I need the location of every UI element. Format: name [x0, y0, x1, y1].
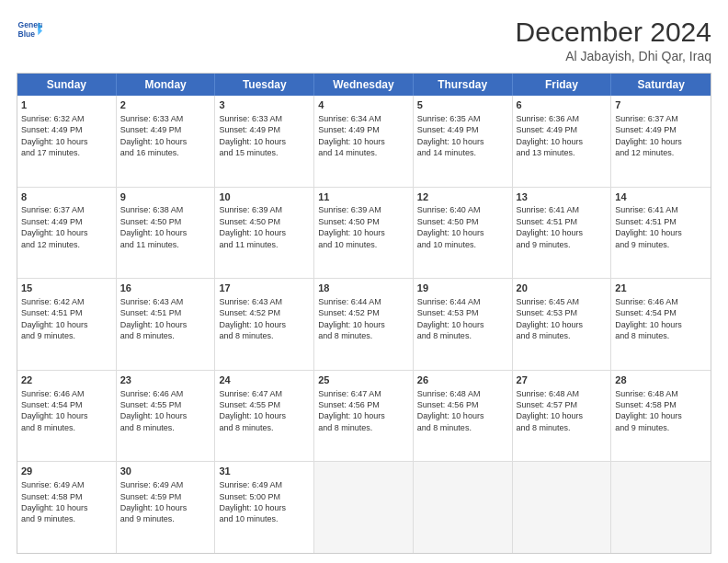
calendar-cell: 17Sunrise: 6:43 AM Sunset: 4:52 PM Dayli…	[215, 279, 314, 370]
calendar-cell	[611, 462, 711, 553]
header-day-saturday: Saturday	[611, 74, 711, 96]
calendar-cell: 27Sunrise: 6:48 AM Sunset: 4:57 PM Dayli…	[513, 371, 612, 462]
day-number: 11	[318, 190, 409, 204]
day-info: Sunrise: 6:43 AM Sunset: 4:52 PM Dayligh…	[219, 297, 286, 340]
day-info: Sunrise: 6:43 AM Sunset: 4:51 PM Dayligh…	[120, 297, 188, 340]
header-day-thursday: Thursday	[414, 74, 513, 96]
day-info: Sunrise: 6:46 AM Sunset: 4:55 PM Dayligh…	[120, 389, 188, 432]
calendar-week-5: 29Sunrise: 6:49 AM Sunset: 4:58 PM Dayli…	[17, 462, 711, 553]
day-number: 29	[21, 465, 112, 478]
day-number: 7	[615, 98, 707, 112]
day-info: Sunrise: 6:32 AM Sunset: 4:49 PM Dayligh…	[21, 114, 88, 157]
day-number: 13	[517, 190, 608, 204]
day-number: 21	[615, 282, 707, 295]
calendar-cell	[414, 462, 513, 553]
day-info: Sunrise: 6:33 AM Sunset: 4:49 PM Dayligh…	[219, 114, 286, 157]
day-info: Sunrise: 6:38 AM Sunset: 4:50 PM Dayligh…	[120, 205, 188, 248]
day-info: Sunrise: 6:47 AM Sunset: 4:55 PM Dayligh…	[219, 389, 286, 432]
logo: General Blue General Blue	[17, 17, 42, 42]
day-info: Sunrise: 6:48 AM Sunset: 4:57 PM Dayligh…	[517, 389, 584, 432]
calendar-cell: 25Sunrise: 6:47 AM Sunset: 4:56 PM Dayli…	[314, 371, 414, 462]
calendar-cell: 13Sunrise: 6:41 AM Sunset: 4:51 PM Dayli…	[513, 188, 612, 279]
calendar-cell: 12Sunrise: 6:40 AM Sunset: 4:50 PM Dayli…	[414, 188, 513, 279]
calendar: SundayMondayTuesdayWednesdayThursdayFrid…	[17, 73, 711, 554]
day-info: Sunrise: 6:45 AM Sunset: 4:53 PM Dayligh…	[517, 297, 584, 340]
calendar-cell: 18Sunrise: 6:44 AM Sunset: 4:52 PM Dayli…	[314, 279, 414, 370]
day-number: 19	[417, 282, 508, 295]
calendar-cell: 29Sunrise: 6:49 AM Sunset: 4:58 PM Dayli…	[17, 462, 117, 553]
day-number: 12	[417, 190, 508, 204]
day-number: 8	[21, 190, 112, 204]
day-number: 6	[517, 98, 608, 112]
day-info: Sunrise: 6:37 AM Sunset: 4:49 PM Dayligh…	[21, 205, 88, 248]
calendar-cell: 28Sunrise: 6:48 AM Sunset: 4:58 PM Dayli…	[611, 371, 711, 462]
day-info: Sunrise: 6:48 AM Sunset: 4:58 PM Dayligh…	[615, 389, 682, 432]
day-info: Sunrise: 6:35 AM Sunset: 4:49 PM Dayligh…	[417, 114, 484, 157]
calendar-cell	[314, 462, 414, 553]
day-info: Sunrise: 6:49 AM Sunset: 4:59 PM Dayligh…	[120, 480, 188, 523]
day-number: 10	[219, 190, 310, 204]
day-info: Sunrise: 6:36 AM Sunset: 4:49 PM Dayligh…	[517, 114, 584, 157]
calendar-cell: 24Sunrise: 6:47 AM Sunset: 4:55 PM Dayli…	[215, 371, 314, 462]
day-number: 2	[120, 98, 211, 112]
day-number: 1	[21, 98, 112, 112]
calendar-title: December 2024	[516, 17, 711, 47]
day-info: Sunrise: 6:39 AM Sunset: 4:50 PM Dayligh…	[318, 205, 385, 248]
day-number: 9	[120, 190, 211, 204]
header: General Blue General Blue December 2024 …	[17, 17, 711, 63]
day-number: 15	[21, 282, 112, 295]
calendar-subtitle: Al Jabayish, Dhi Qar, Iraq	[516, 49, 711, 63]
day-info: Sunrise: 6:42 AM Sunset: 4:51 PM Dayligh…	[21, 297, 88, 340]
calendar-cell: 1Sunrise: 6:32 AM Sunset: 4:49 PM Daylig…	[17, 96, 117, 187]
calendar-cell: 16Sunrise: 6:43 AM Sunset: 4:51 PM Dayli…	[117, 279, 216, 370]
calendar-cell	[513, 462, 612, 553]
day-info: Sunrise: 6:44 AM Sunset: 4:53 PM Dayligh…	[417, 297, 484, 340]
calendar-week-1: 1Sunrise: 6:32 AM Sunset: 4:49 PM Daylig…	[17, 96, 711, 188]
calendar-week-4: 22Sunrise: 6:46 AM Sunset: 4:54 PM Dayli…	[17, 371, 711, 463]
day-number: 16	[120, 282, 211, 295]
day-number: 24	[219, 373, 310, 387]
logo-icon: General Blue	[17, 17, 42, 42]
day-info: Sunrise: 6:44 AM Sunset: 4:52 PM Dayligh…	[318, 297, 385, 340]
day-number: 30	[120, 465, 211, 478]
calendar-cell: 6Sunrise: 6:36 AM Sunset: 4:49 PM Daylig…	[513, 96, 612, 187]
day-number: 18	[318, 282, 409, 295]
day-number: 31	[219, 465, 310, 478]
calendar-cell: 30Sunrise: 6:49 AM Sunset: 4:59 PM Dayli…	[117, 462, 216, 553]
header-day-wednesday: Wednesday	[314, 74, 414, 96]
calendar-cell: 11Sunrise: 6:39 AM Sunset: 4:50 PM Dayli…	[314, 188, 414, 279]
calendar-cell: 8Sunrise: 6:37 AM Sunset: 4:49 PM Daylig…	[17, 188, 117, 279]
day-info: Sunrise: 6:37 AM Sunset: 4:49 PM Dayligh…	[615, 114, 682, 157]
svg-text:Blue: Blue	[18, 29, 36, 39]
calendar-cell: 21Sunrise: 6:46 AM Sunset: 4:54 PM Dayli…	[611, 279, 711, 370]
day-number: 23	[120, 373, 211, 387]
calendar-header-row: SundayMondayTuesdayWednesdayThursdayFrid…	[17, 74, 711, 96]
calendar-week-2: 8Sunrise: 6:37 AM Sunset: 4:49 PM Daylig…	[17, 188, 711, 280]
day-info: Sunrise: 6:49 AM Sunset: 5:00 PM Dayligh…	[219, 480, 286, 523]
day-info: Sunrise: 6:34 AM Sunset: 4:49 PM Dayligh…	[318, 114, 385, 157]
header-day-monday: Monday	[117, 74, 216, 96]
header-day-sunday: Sunday	[17, 74, 117, 96]
calendar-cell: 2Sunrise: 6:33 AM Sunset: 4:49 PM Daylig…	[117, 96, 216, 187]
day-info: Sunrise: 6:46 AM Sunset: 4:54 PM Dayligh…	[615, 297, 682, 340]
day-number: 25	[318, 373, 409, 387]
calendar-cell: 22Sunrise: 6:46 AM Sunset: 4:54 PM Dayli…	[17, 371, 117, 462]
day-info: Sunrise: 6:41 AM Sunset: 4:51 PM Dayligh…	[517, 205, 584, 248]
calendar-cell: 20Sunrise: 6:45 AM Sunset: 4:53 PM Dayli…	[513, 279, 612, 370]
calendar-cell: 10Sunrise: 6:39 AM Sunset: 4:50 PM Dayli…	[215, 188, 314, 279]
calendar-week-3: 15Sunrise: 6:42 AM Sunset: 4:51 PM Dayli…	[17, 279, 711, 371]
day-number: 4	[318, 98, 409, 112]
calendar-cell: 15Sunrise: 6:42 AM Sunset: 4:51 PM Dayli…	[17, 279, 117, 370]
day-number: 14	[615, 190, 707, 204]
calendar-cell: 3Sunrise: 6:33 AM Sunset: 4:49 PM Daylig…	[215, 96, 314, 187]
day-info: Sunrise: 6:48 AM Sunset: 4:56 PM Dayligh…	[417, 389, 484, 432]
day-number: 17	[219, 282, 310, 295]
calendar-cell: 26Sunrise: 6:48 AM Sunset: 4:56 PM Dayli…	[414, 371, 513, 462]
day-info: Sunrise: 6:39 AM Sunset: 4:50 PM Dayligh…	[219, 205, 286, 248]
day-info: Sunrise: 6:47 AM Sunset: 4:56 PM Dayligh…	[318, 389, 385, 432]
calendar-cell: 31Sunrise: 6:49 AM Sunset: 5:00 PM Dayli…	[215, 462, 314, 553]
day-info: Sunrise: 6:40 AM Sunset: 4:50 PM Dayligh…	[417, 205, 484, 248]
day-info: Sunrise: 6:46 AM Sunset: 4:54 PM Dayligh…	[21, 389, 88, 432]
calendar-cell: 7Sunrise: 6:37 AM Sunset: 4:49 PM Daylig…	[611, 96, 711, 187]
day-number: 28	[615, 373, 707, 387]
